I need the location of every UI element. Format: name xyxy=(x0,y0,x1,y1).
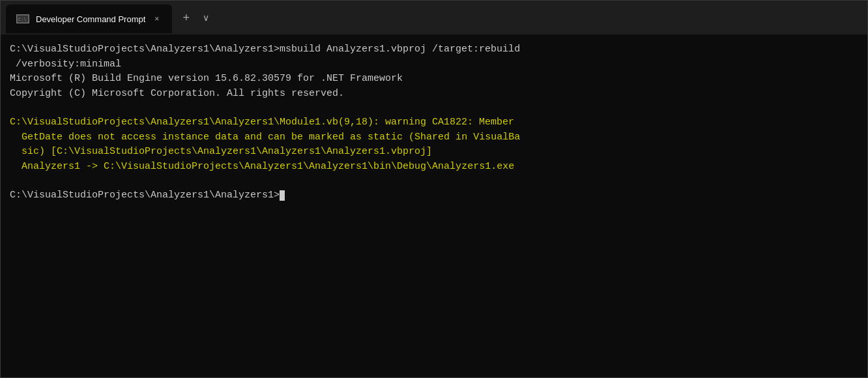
tab-close-button[interactable]: × xyxy=(152,13,162,25)
svg-text:C:\: C:\ xyxy=(18,17,27,22)
tab-title: Developer Command Prompt xyxy=(36,14,145,24)
active-tab[interactable]: C:\ Developer Command Prompt × xyxy=(6,5,172,33)
terminal-body[interactable]: C:\VisualStudioProjects\Analyzers1\Analy… xyxy=(1,35,867,377)
terminal-blank-line xyxy=(10,101,858,115)
terminal-cursor xyxy=(280,190,285,201)
dropdown-button[interactable]: ∨ xyxy=(197,10,214,25)
terminal-output-line: Analyzers1 -> C:\VisualStudioProjects\An… xyxy=(10,160,858,175)
terminal-line: Microsoft (R) Build Engine version 15.6.… xyxy=(10,72,858,87)
terminal-icon: C:\ xyxy=(16,14,29,23)
new-tab-button[interactable]: + xyxy=(177,8,195,27)
terminal-blank-line xyxy=(10,174,858,188)
terminal-window: C:\ Developer Command Prompt × + ∨ C:\Vi… xyxy=(0,0,868,378)
terminal-line: C:\VisualStudioProjects\Analyzers1\Analy… xyxy=(10,42,858,72)
terminal-prompt-line: C:\VisualStudioProjects\Analyzers1\Analy… xyxy=(10,188,858,203)
title-bar: C:\ Developer Command Prompt × + ∨ xyxy=(1,1,867,35)
title-bar-controls: + ∨ xyxy=(177,8,214,27)
terminal-line: Copyright (C) Microsoft Corporation. All… xyxy=(10,87,858,102)
terminal-warning-line: C:\VisualStudioProjects\Analyzers1\Analy… xyxy=(10,115,858,160)
